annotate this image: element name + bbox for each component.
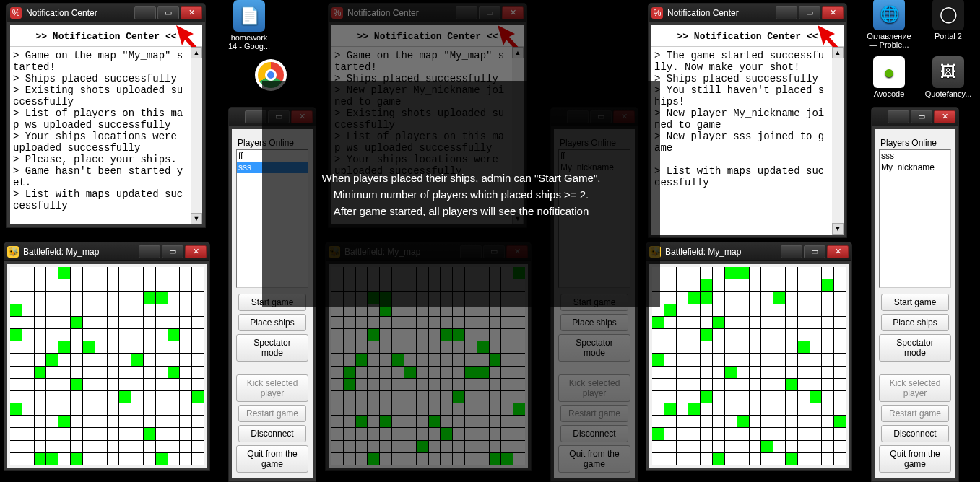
- grid-cell[interactable]: [688, 279, 700, 291]
- grid-cell[interactable]: [144, 292, 155, 303]
- grid-cell[interactable]: [192, 317, 204, 328]
- grid-cell[interactable]: [688, 292, 700, 303]
- grid-cell[interactable]: [108, 279, 119, 291]
- grid-cell[interactable]: [392, 354, 404, 365]
- grid-cell[interactable]: [331, 367, 343, 378]
- grid-cell[interactable]: [737, 267, 749, 279]
- grid-cell[interactable]: [664, 391, 676, 403]
- grid-cell[interactable]: [58, 428, 70, 439]
- grid-cell[interactable]: [108, 292, 119, 303]
- close-button[interactable]: ✕: [827, 245, 849, 258]
- grid-cell[interactable]: [368, 391, 379, 403]
- grid-cell[interactable]: [22, 416, 34, 427]
- grid-cell[interactable]: [95, 416, 107, 427]
- grid-cell[interactable]: [822, 354, 833, 365]
- grid-cell[interactable]: [344, 441, 355, 452]
- grid-cell[interactable]: [822, 391, 833, 403]
- grid-cell[interactable]: [180, 341, 191, 353]
- grid-cell[interactable]: [58, 453, 70, 465]
- grid-cell[interactable]: [83, 304, 95, 316]
- grid-cell[interactable]: [513, 341, 525, 353]
- grid-cell[interactable]: [144, 453, 155, 465]
- grid-cell[interactable]: [750, 267, 761, 279]
- grid-cell[interactable]: [417, 379, 428, 390]
- grid-cell[interactable]: [344, 329, 355, 341]
- grid-cell[interactable]: [119, 292, 131, 303]
- grid-cell[interactable]: [95, 317, 107, 328]
- grid-cell[interactable]: [108, 416, 119, 427]
- grid-cell[interactable]: [737, 304, 749, 316]
- grid-cell[interactable]: [750, 441, 761, 452]
- grid-cell[interactable]: [10, 329, 22, 341]
- grid-cell[interactable]: [725, 304, 737, 316]
- grid-cell[interactable]: [725, 453, 737, 465]
- grid-cell[interactable]: [356, 379, 368, 390]
- grid-cell[interactable]: [144, 441, 155, 452]
- grid-cell[interactable]: [773, 379, 785, 390]
- grid-cell[interactable]: [156, 428, 168, 439]
- grid-cell[interactable]: [773, 341, 785, 353]
- grid-cell[interactable]: [144, 341, 155, 353]
- start-game-button[interactable]: Start game: [881, 294, 949, 311]
- grid-cell[interactable]: [168, 416, 180, 427]
- grid-cell[interactable]: [429, 453, 441, 465]
- grid-cell[interactable]: [119, 304, 131, 316]
- grid-cell[interactable]: [108, 304, 119, 316]
- scroll-down-button[interactable]: ▼: [832, 223, 844, 235]
- grid-cell[interactable]: [688, 403, 700, 415]
- grid-cell[interactable]: [22, 292, 34, 303]
- grid-cell[interactable]: [58, 304, 70, 316]
- grid-cell[interactable]: [83, 341, 95, 353]
- grid-cell[interactable]: [95, 292, 107, 303]
- grid-cell[interactable]: [786, 428, 797, 439]
- grid-cell[interactable]: [786, 391, 797, 403]
- grid-cell[interactable]: [22, 341, 34, 353]
- grid-cell[interactable]: [46, 279, 58, 291]
- grid-cell[interactable]: [490, 341, 501, 353]
- grid-cell[interactable]: [108, 379, 119, 390]
- grid-cell[interactable]: [664, 317, 676, 328]
- grid-cell[interactable]: [822, 403, 833, 415]
- grid-cell[interactable]: [429, 379, 441, 390]
- grid-cell[interactable]: [786, 416, 797, 427]
- grid-cell[interactable]: [453, 428, 464, 439]
- grid-cell[interactable]: [404, 317, 416, 328]
- grid-cell[interactable]: [119, 441, 131, 452]
- grid-cell[interactable]: [404, 379, 416, 390]
- grid-cell[interactable]: [513, 441, 525, 452]
- grid-cell[interactable]: [71, 279, 82, 291]
- grid-cell[interactable]: [192, 428, 204, 439]
- grid-cell[interactable]: [356, 329, 368, 341]
- grid-cell[interactable]: [737, 317, 749, 328]
- grid-cell[interactable]: [834, 379, 846, 390]
- grid-cell[interactable]: [737, 453, 749, 465]
- restart-game-button[interactable]: Restart game: [881, 405, 949, 422]
- grid-cell[interactable]: [58, 391, 70, 403]
- grid-cell[interactable]: [192, 354, 204, 365]
- grid-cell[interactable]: [168, 379, 180, 390]
- desktop-icon-portal2[interactable]: ◯ Portal 2: [924, 0, 972, 40]
- grid-cell[interactable]: [688, 329, 700, 341]
- grid-cell[interactable]: [652, 367, 664, 378]
- grid-cell[interactable]: [834, 416, 846, 427]
- grid-cell[interactable]: [83, 391, 95, 403]
- grid-cell[interactable]: [192, 267, 204, 279]
- grid-cell[interactable]: [46, 391, 58, 403]
- grid-cell[interactable]: [10, 279, 22, 291]
- grid-cell[interactable]: [58, 279, 70, 291]
- grid-cell[interactable]: [168, 354, 180, 365]
- kick-player-button[interactable]: Kick selected player: [558, 374, 630, 402]
- grid-cell[interactable]: [822, 379, 833, 390]
- kick-player-button[interactable]: Kick selected player: [879, 374, 951, 402]
- grid-cell[interactable]: [368, 403, 379, 415]
- grid-cell[interactable]: [701, 453, 712, 465]
- minimize-button[interactable]: —: [134, 6, 156, 19]
- grid-cell[interactable]: [501, 403, 513, 415]
- grid-cell[interactable]: [392, 367, 404, 378]
- grid-cell[interactable]: [750, 329, 761, 341]
- spectator-mode-button[interactable]: Spectator mode: [236, 334, 308, 362]
- grid-cell[interactable]: [761, 391, 773, 403]
- grid-cell[interactable]: [168, 292, 180, 303]
- grid-cell[interactable]: [441, 367, 452, 378]
- grid-cell[interactable]: [513, 403, 525, 415]
